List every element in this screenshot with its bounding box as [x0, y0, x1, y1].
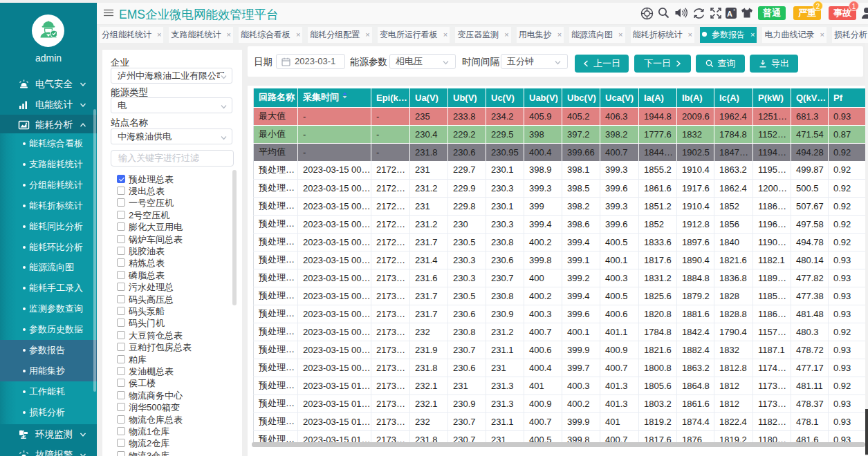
svg-text:*: *	[733, 8, 735, 13]
svg-text:A: A	[727, 10, 732, 18]
